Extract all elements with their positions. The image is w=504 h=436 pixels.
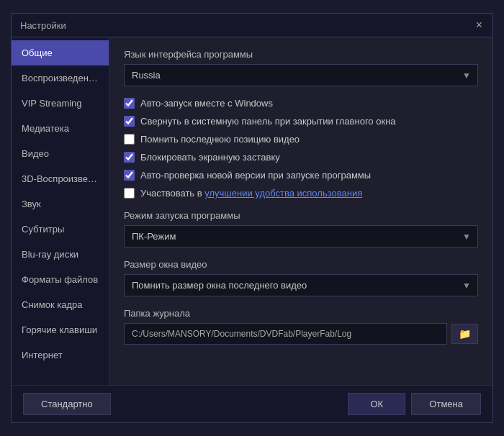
window-size-label: Размер окна видео [124, 259, 478, 270]
footer: Стандартно ОК Отмена [12, 385, 492, 422]
participate-prefix: Участвовать в [140, 188, 204, 199]
close-button[interactable]: × [474, 19, 484, 31]
sidebar-item-sound[interactable]: Звук [12, 191, 109, 217]
log-folder-label: Папка журнала [124, 308, 478, 319]
sidebar-item-hotkeys[interactable]: Горячие клавиши [12, 317, 109, 342]
checkbox-remember-pos-row: Помнить последнюю позицию видео [124, 134, 478, 145]
sidebar-item-bluray[interactable]: Blu-ray диски [12, 242, 109, 267]
checkbox-autoupdate[interactable] [124, 170, 135, 181]
sidebar-item-video[interactable]: Видео [12, 141, 109, 166]
checkbox-autoupdate-label[interactable]: Авто-проверка новой версии при запуске п… [140, 170, 371, 181]
checkbox-remember-pos-label[interactable]: Помнить последнюю позицию видео [140, 134, 300, 145]
participate-link[interactable]: улучшении удобства использования [204, 188, 362, 199]
log-folder-browse-button[interactable]: 📁 [451, 324, 478, 344]
sidebar-item-library[interactable]: Медиатека [12, 116, 109, 141]
checkbox-systray-row: Свернуть в системную панель при закрытии… [124, 116, 478, 127]
launch-mode-select[interactable]: ПК-Режим ТВ-Режим [124, 225, 478, 247]
cancel-button[interactable]: Отмена [411, 393, 481, 415]
checkbox-systray[interactable] [124, 116, 135, 127]
checkbox-autostart[interactable] [124, 98, 135, 109]
language-label: Язык интерфейса программы [124, 49, 478, 60]
checkbox-autoupdate-row: Авто-проверка новой версии при запуске п… [124, 170, 478, 181]
sidebar-item-formats[interactable]: Форматы файлов [12, 267, 109, 292]
window-size-select-wrapper: Помнить размер окна последнего видео Пол… [124, 274, 478, 296]
log-folder-section: Папка журнала 📁 [124, 308, 478, 345]
sidebar: Общие Воспроизведение VIP Streaming Меди… [12, 37, 109, 385]
checkbox-participate[interactable] [124, 188, 135, 199]
dialog-title: Настройки [20, 20, 66, 31]
language-section: Язык интерфейса программы Russia English… [124, 49, 478, 86]
sidebar-item-vip-streaming[interactable]: VIP Streaming [12, 91, 109, 116]
checkbox-screensaver-row: Блокировать экранную заставку [124, 152, 478, 163]
settings-dialog: Настройки × Общие Воспроизведение VIP St… [11, 13, 493, 423]
launch-mode-section: Режим запуска программы ПК-Режим ТВ-Режи… [124, 210, 478, 247]
checkbox-participate-row: Участвовать в улучшении удобства использ… [124, 188, 478, 199]
main-content: Язык интерфейса программы Russia English… [109, 37, 492, 385]
footer-left: Стандартно [23, 393, 111, 415]
sidebar-item-playback[interactable]: Воспроизведение [12, 65, 109, 91]
language-select[interactable]: Russia English Deutsch [124, 64, 478, 86]
launch-mode-label: Режим запуска программы [124, 210, 478, 221]
window-size-section: Размер окна видео Помнить размер окна по… [124, 259, 478, 296]
checkbox-autostart-row: Авто-запуск вместе с Windows [124, 98, 478, 109]
checkbox-screensaver[interactable] [124, 152, 135, 163]
checkbox-screensaver-label[interactable]: Блокировать экранную заставку [140, 152, 280, 163]
sidebar-item-subtitles[interactable]: Субтитры [12, 217, 109, 242]
sidebar-item-snapshot[interactable]: Снимок кадра [12, 292, 109, 317]
folder-icon: 📁 [459, 328, 471, 340]
default-button[interactable]: Стандартно [23, 393, 111, 415]
window-size-select[interactable]: Помнить размер окна последнего видео Пол… [124, 274, 478, 296]
checkbox-participate-label[interactable]: Участвовать в улучшении удобства использ… [140, 188, 362, 199]
log-folder-row: 📁 [124, 323, 478, 345]
checkbox-systray-label[interactable]: Свернуть в системную панель при закрытии… [140, 116, 396, 127]
content-area: Общие Воспроизведение VIP Streaming Меди… [12, 37, 492, 385]
sidebar-item-internet[interactable]: Интернет [12, 342, 109, 368]
log-path-input[interactable] [124, 323, 447, 345]
checkboxes-section: Авто-запуск вместе с Windows Свернуть в … [124, 98, 478, 199]
footer-right: ОК Отмена [348, 393, 481, 415]
title-bar: Настройки × [12, 14, 492, 37]
launch-mode-select-wrapper: ПК-Режим ТВ-Режим ▼ [124, 225, 478, 247]
language-select-wrapper: Russia English Deutsch ▼ [124, 64, 478, 86]
checkbox-autostart-label[interactable]: Авто-запуск вместе с Windows [140, 98, 273, 109]
sidebar-item-3d-playback[interactable]: 3D-Воспроизведен [12, 166, 109, 191]
checkbox-remember-pos[interactable] [124, 134, 135, 145]
sidebar-item-general[interactable]: Общие [12, 40, 109, 65]
ok-button[interactable]: ОК [348, 393, 405, 415]
